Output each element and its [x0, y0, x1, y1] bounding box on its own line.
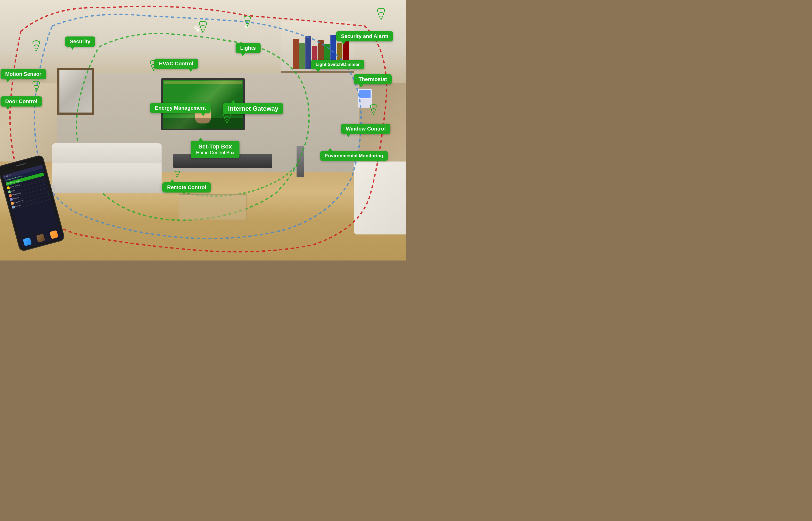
wifi-arc-md [378, 12, 384, 15]
wifi-thermostat [370, 104, 377, 115]
wifi-arc-lg [244, 16, 251, 19]
sofa-back [52, 143, 162, 163]
label-pointer [316, 69, 320, 72]
label-pointer [189, 69, 193, 72]
phone-mail-icon [36, 234, 45, 243]
tv-ticker [164, 81, 242, 84]
wifi-arc-md [33, 85, 39, 88]
wifi-arc-lg [377, 8, 385, 12]
hvac-control-label-bubble: HVAC Control [154, 59, 198, 69]
temp-icon [9, 194, 12, 197]
tv-lower [163, 118, 243, 129]
sparkle-2: ✧ [193, 23, 199, 32]
security-label-text: Security [70, 39, 90, 44]
wifi-arc-lg [32, 81, 40, 84]
wifi-arc-sm [379, 16, 383, 18]
thermostat-display [359, 90, 370, 98]
label-pointer [201, 113, 205, 116]
wifi-arc-sm [246, 23, 249, 24]
label-pointer-up [199, 138, 203, 141]
label-pointer-up [328, 148, 332, 151]
door-control-label-bubble: Door Control [1, 96, 42, 107]
baby-icon [11, 202, 14, 205]
wifi-dot [36, 50, 37, 51]
settopbox-line2: Home Control Box [196, 150, 234, 156]
environmental-label-text: Environmental Monitoring [325, 153, 383, 158]
wifi-dot [381, 18, 382, 20]
label-pointer [6, 107, 10, 110]
wifi-arc-md [245, 20, 250, 22]
environmental-label-bubble: Environmental Monitoring [320, 151, 388, 161]
wifi-remote [175, 171, 180, 177]
remote-control-label-bubble: Remote Control [162, 182, 211, 192]
thermostat-label-bubble: Thermostat [354, 74, 392, 84]
book [293, 39, 299, 69]
security-alarm-label-text: Security and Alarm [341, 33, 388, 39]
light-switch-label-bubble: Light Switch/Dimmer [311, 60, 364, 69]
wifi-arc-md [200, 25, 206, 28]
wifi-arc-lg [370, 104, 377, 108]
energy-mgmt-label-bubble: Energy Management [150, 103, 210, 113]
wifi-dot [226, 121, 228, 123]
light-switch-label-text: Light Switch/Dimmer [316, 62, 360, 67]
wifi-dot [176, 176, 178, 177]
label-pointer [241, 53, 245, 56]
window-control-label-text: Window Control [346, 126, 386, 132]
remote-label: Remote [15, 204, 21, 207]
light-label: Light [11, 189, 15, 192]
wifi-dot [36, 90, 37, 92]
hvac-control-label-text: HVAC Control [159, 61, 194, 66]
wifi-lights [244, 16, 251, 27]
motion-sensor-label-bubble: Motion Sensor [1, 69, 46, 79]
label-pointer [6, 79, 10, 82]
wifi-arc-md [33, 45, 39, 47]
security-alarm-label-bubble: Security and Alarm [336, 31, 393, 41]
right-sofa [354, 161, 406, 234]
wifi-arc-lg [32, 40, 40, 44]
energy-mgmt-label-text: Energy Management [155, 105, 206, 111]
wifi-dot [153, 69, 155, 71]
remote-icon [12, 206, 15, 209]
wifi-security-alarm [377, 8, 385, 20]
settings-icon [7, 186, 10, 189]
wifi-arc-sm [35, 88, 38, 90]
coffee-table [179, 194, 247, 220]
thermostat-control [359, 99, 370, 107]
wifi-arc-sm [176, 174, 179, 175]
wifi-door [32, 81, 40, 92]
label-pointer [346, 134, 351, 137]
window-control-label-bubble: Window Control [341, 124, 390, 134]
wifi-arc-md [224, 116, 230, 119]
lights-label-text: Lights [240, 45, 256, 51]
light-icon [8, 190, 11, 193]
label-pointer [359, 84, 363, 88]
wifi-arc-sm [35, 48, 38, 49]
sofa [52, 143, 162, 193]
security-icon [9, 198, 13, 201]
settopbox-line1: Set-Top Box [196, 143, 234, 150]
wifi-arc-md [175, 171, 180, 173]
light-add-icon: + [44, 181, 46, 184]
remote-control-label-text: Remote Control [167, 184, 206, 190]
baby-add-icon: + [47, 192, 49, 195]
wifi-security-left [32, 40, 40, 51]
speaker [297, 146, 304, 177]
label-pointer [70, 47, 74, 50]
label-pointer-up [231, 100, 235, 103]
wifi-arc-sm [372, 112, 375, 113]
label-pointer [341, 41, 345, 45]
internet-gateway-label-text: Internet Gateway [228, 105, 278, 112]
wifi-arc-lg [199, 21, 207, 25]
door-control-label-text: Door Control [5, 98, 37, 104]
phone-call-icon [23, 237, 32, 246]
wifi-arc-sm [201, 29, 205, 30]
label-pointer-up [170, 179, 174, 182]
wifi-arc-md [371, 108, 376, 111]
book [299, 43, 305, 69]
painting-image [60, 70, 92, 113]
security-label-bubble: Security [65, 37, 95, 47]
wifi-dot [247, 25, 248, 27]
internet-gateway-label-bubble: Internet Gateway [223, 103, 283, 114]
wifi-center-top [199, 21, 207, 32]
phone-app-icon [49, 230, 59, 239]
